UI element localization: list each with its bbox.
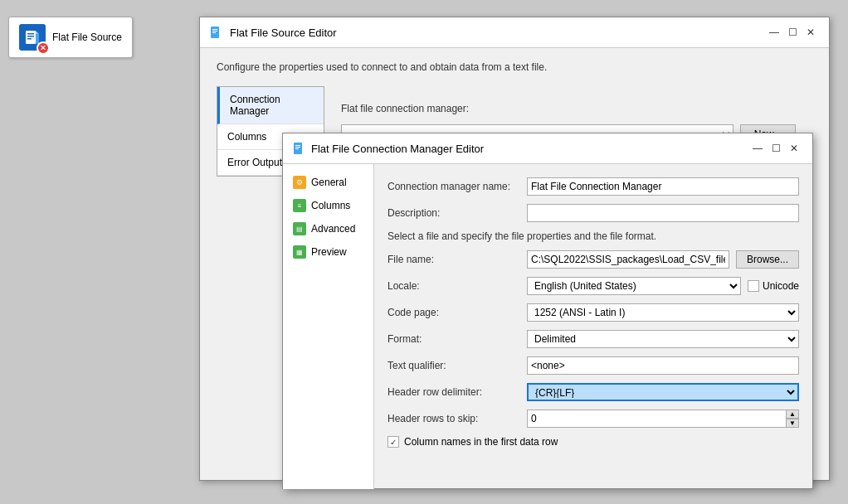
svg-rect-8 bbox=[212, 31, 217, 32]
codepage-row: Code page: 1252 (ANSI - Latin I) bbox=[387, 303, 799, 322]
section-desc-row: Select a file and specify the file prope… bbox=[387, 230, 799, 242]
svg-rect-0 bbox=[26, 31, 36, 44]
section-desc: Select a file and specify the file prope… bbox=[387, 230, 656, 242]
codepage-label: Code page: bbox=[387, 307, 520, 318]
connection-manager-label: Flat file connection manager: bbox=[341, 103, 469, 114]
svg-rect-1 bbox=[27, 33, 34, 35]
maximize-button[interactable]: ☐ bbox=[784, 24, 801, 41]
main-dialog-titlebar: Flat File Source Editor — ☐ ✕ bbox=[200, 17, 829, 48]
codepage-select[interactable]: 1252 (ANSI - Latin I) bbox=[527, 303, 799, 322]
column-names-checkbox[interactable]: ✓ bbox=[387, 436, 399, 448]
nav-item-connection-manager[interactable]: Connection Manager bbox=[217, 87, 324, 124]
format-label: Format: bbox=[387, 333, 520, 345]
format-row: Format: Delimited bbox=[387, 330, 799, 348]
text-qualifier-label: Text qualifier: bbox=[387, 360, 520, 371]
inner-dialog-controls: — ☐ ✕ bbox=[749, 140, 802, 157]
header-row-delimiter-wrapper: {CR}{LF} bbox=[527, 383, 799, 401]
inner-nav-general[interactable]: ⚙ General bbox=[283, 171, 373, 194]
inner-dialog-icon bbox=[293, 142, 306, 155]
format-select[interactable]: Delimited bbox=[527, 330, 799, 348]
svg-rect-7 bbox=[212, 29, 217, 30]
unicode-checkbox-row: Unicode bbox=[748, 280, 799, 292]
main-dialog-description: Configure the properties used to connect… bbox=[200, 48, 829, 86]
inner-dialog-title-left: Flat File Connection Manager Editor bbox=[293, 142, 484, 155]
inner-nav-preview[interactable]: ▦ Preview bbox=[283, 240, 373, 264]
description-input[interactable] bbox=[527, 204, 799, 222]
dialog-icon bbox=[210, 26, 223, 39]
close-button[interactable]: ✕ bbox=[802, 24, 819, 41]
conn-name-row: Connection manager name: bbox=[387, 177, 799, 196]
advanced-icon: ▤ bbox=[293, 222, 306, 235]
preview-icon: ▦ bbox=[293, 245, 306, 259]
conn-name-input[interactable] bbox=[527, 177, 799, 196]
format-select-wrapper: Delimited bbox=[527, 330, 799, 348]
description-label: Description: bbox=[387, 207, 520, 219]
inner-minimize-button[interactable]: — bbox=[749, 140, 766, 157]
locale-select-wrapper: English (United States) bbox=[527, 277, 741, 295]
description-row: Description: bbox=[387, 204, 799, 222]
header-row-delimiter-label: Header row delimiter: bbox=[387, 386, 520, 398]
source-badge-label: Flat File Source bbox=[52, 32, 122, 43]
svg-rect-11 bbox=[295, 145, 300, 146]
minimize-button[interactable]: — bbox=[766, 24, 782, 41]
header-rows-skip-input[interactable] bbox=[527, 410, 786, 428]
locale-label: Locale: bbox=[387, 280, 520, 292]
spinner-up-button[interactable]: ▲ bbox=[786, 410, 799, 419]
columns-icon: ≡ bbox=[293, 199, 306, 212]
codepage-select-wrapper: 1252 (ANSI - Latin I) bbox=[527, 303, 799, 322]
svg-rect-3 bbox=[27, 38, 32, 40]
inner-dialog-titlebar: Flat File Connection Manager Editor — ☐ … bbox=[283, 133, 812, 164]
inner-nav-columns[interactable]: ≡ Columns bbox=[283, 194, 373, 217]
inner-dialog: Flat File Connection Manager Editor — ☐ … bbox=[282, 133, 813, 489]
inner-close-button[interactable]: ✕ bbox=[786, 140, 802, 157]
unicode-label: Unicode bbox=[763, 280, 799, 292]
spinner-down-button[interactable]: ▼ bbox=[786, 419, 799, 428]
svg-marker-4 bbox=[36, 31, 39, 34]
unicode-checkbox[interactable] bbox=[748, 280, 759, 292]
filename-label: File name: bbox=[387, 254, 520, 265]
inner-nav-advanced[interactable]: ▤ Advanced bbox=[283, 217, 373, 240]
general-icon: ⚙ bbox=[293, 176, 306, 189]
inner-left-nav: ⚙ General ≡ Columns ▤ Advanced ▦ Preview bbox=[283, 164, 374, 489]
filename-input[interactable] bbox=[527, 250, 729, 269]
header-row-delimiter-select[interactable]: {CR}{LF} bbox=[527, 383, 799, 401]
spinner-wrapper: ▲ ▼ bbox=[527, 410, 799, 428]
main-dialog-title: Flat File Source Editor bbox=[230, 27, 337, 39]
filename-row: File name: Browse... bbox=[387, 250, 799, 269]
inner-right-content: Connection manager name: Description: Se… bbox=[374, 164, 812, 489]
connection-manager-row: Flat file connection manager: bbox=[341, 103, 796, 114]
header-rows-skip-row: Header rows to skip: ▲ ▼ bbox=[387, 410, 799, 428]
svg-rect-13 bbox=[295, 148, 299, 149]
spinner-buttons: ▲ ▼ bbox=[786, 410, 799, 428]
browse-button[interactable]: Browse... bbox=[736, 250, 799, 269]
text-qualifier-input[interactable] bbox=[527, 356, 799, 375]
text-qualifier-row: Text qualifier: bbox=[387, 356, 799, 375]
locale-row: Locale: English (United States) Unicode bbox=[387, 277, 799, 295]
source-badge: ✕ Flat File Source bbox=[8, 17, 133, 58]
header-rows-skip-label: Header rows to skip: bbox=[387, 413, 520, 424]
conn-name-label: Connection manager name: bbox=[387, 181, 520, 192]
column-names-checkbox-row: ✓ Column names in the first data row bbox=[387, 436, 799, 448]
main-dialog-titlebar-left: Flat File Source Editor bbox=[210, 26, 337, 39]
locale-select[interactable]: English (United States) bbox=[527, 277, 741, 295]
svg-rect-2 bbox=[27, 36, 34, 37]
close-icon[interactable]: ✕ bbox=[40, 44, 46, 52]
header-row-delimiter-row: Header row delimiter: {CR}{LF} bbox=[387, 383, 799, 401]
svg-rect-9 bbox=[212, 32, 216, 33]
inner-dialog-body: ⚙ General ≡ Columns ▤ Advanced ▦ Preview bbox=[283, 164, 812, 489]
inner-maximize-button[interactable]: ☐ bbox=[768, 140, 784, 157]
main-dialog-controls: — ☐ ✕ bbox=[766, 24, 819, 41]
svg-rect-12 bbox=[295, 147, 300, 148]
column-names-label: Column names in the first data row bbox=[404, 436, 558, 448]
